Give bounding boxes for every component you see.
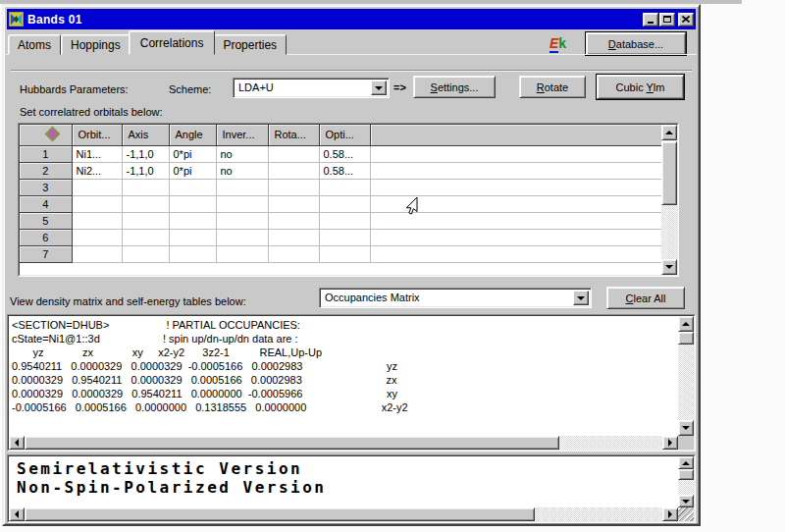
table-cell[interactable] xyxy=(122,195,169,212)
table-cell[interactable] xyxy=(319,245,370,262)
table-cell[interactable] xyxy=(169,179,216,195)
table-cell[interactable] xyxy=(216,179,268,195)
column-header-orbital[interactable]: Orbit... xyxy=(72,125,122,145)
tab-correlations[interactable]: Correlations xyxy=(129,30,216,55)
table-cell[interactable] xyxy=(169,245,216,262)
scroll-down-button[interactable] xyxy=(678,420,694,436)
table-cell[interactable] xyxy=(72,229,122,245)
column-header-options[interactable]: Opti... xyxy=(319,125,370,145)
table-cell[interactable] xyxy=(319,195,370,212)
table-cell[interactable] xyxy=(72,179,122,195)
occupancies-text[interactable]: <SECTION=DHUB> ! PARTIAL OCCUPANCIES:cSt… xyxy=(9,316,678,436)
cubic-ylm-button[interactable]: Cubic Ylm xyxy=(597,75,684,99)
table-cell[interactable]: 0.58... xyxy=(319,162,370,179)
titlebar[interactable]: Bands 01 xyxy=(7,9,696,29)
table-cell[interactable] xyxy=(122,229,169,245)
scroll-thumb[interactable] xyxy=(661,141,677,205)
table-cell[interactable] xyxy=(216,195,268,212)
scheme-dropdown-button[interactable] xyxy=(371,80,387,95)
table-cell[interactable]: no xyxy=(216,145,268,162)
scroll-thumb[interactable] xyxy=(25,436,559,450)
scroll-track[interactable] xyxy=(661,140,677,259)
database-button[interactable]: Database... xyxy=(586,32,686,55)
scroll-up-button[interactable] xyxy=(678,316,694,332)
table-cell[interactable] xyxy=(268,145,319,162)
density-dropdown-button[interactable] xyxy=(573,291,589,305)
table-vertical-scrollbar[interactable] xyxy=(661,125,677,275)
table-cell[interactable] xyxy=(216,229,268,245)
scroll-down-button[interactable] xyxy=(661,259,677,275)
row-header[interactable]: 5 xyxy=(20,212,72,229)
tab-atoms[interactable]: Atoms xyxy=(8,34,61,55)
column-header-inversion[interactable]: Inver... xyxy=(216,125,268,145)
table-cell[interactable]: -1,1,0 xyxy=(122,145,169,162)
column-header-angle[interactable]: Angle xyxy=(169,125,216,145)
table-cell[interactable] xyxy=(122,212,169,229)
tab-hoppings[interactable]: Hoppings xyxy=(61,34,131,55)
corner-header[interactable] xyxy=(20,125,72,145)
table-cell[interactable] xyxy=(169,229,216,245)
scroll-thumb[interactable] xyxy=(678,332,694,345)
table-cell[interactable] xyxy=(268,212,319,229)
row-header[interactable]: 4 xyxy=(20,195,72,212)
versions-text[interactable]: Semirelativistic VersionNon-Spin-Polariz… xyxy=(9,456,678,507)
scroll-track[interactable] xyxy=(25,507,662,521)
table-cell[interactable] xyxy=(319,229,370,245)
table-cell[interactable] xyxy=(72,212,122,229)
table-cell[interactable]: -1,1,0 xyxy=(122,162,169,179)
table-cell[interactable]: Ni1... xyxy=(72,145,122,162)
row-header[interactable]: 1 xyxy=(20,145,72,162)
resize-grip[interactable] xyxy=(678,507,694,521)
table-cell[interactable] xyxy=(319,212,370,229)
scroll-track[interactable] xyxy=(678,469,694,495)
orbitals-grid[interactable]: Orbit... Axis Angle Inver... Rota... Opt… xyxy=(20,125,661,275)
table-cell[interactable] xyxy=(169,195,216,212)
scroll-up-button[interactable] xyxy=(678,456,694,469)
tab-properties[interactable]: Properties xyxy=(213,34,287,55)
table-cell[interactable] xyxy=(268,195,319,212)
column-header-axis[interactable]: Axis xyxy=(122,125,169,145)
table-cell[interactable] xyxy=(122,245,169,262)
table-cell[interactable]: 0*pi xyxy=(169,162,216,179)
scroll-right-button[interactable] xyxy=(662,507,678,521)
table-cell[interactable] xyxy=(72,245,122,262)
table-cell[interactable] xyxy=(268,229,319,245)
row-header[interactable]: 7 xyxy=(20,245,72,262)
density-dropdown[interactable]: Occupancies Matrix xyxy=(319,288,592,308)
maximize-button[interactable] xyxy=(659,13,675,27)
settings-button[interactable]: Settings... xyxy=(413,76,496,98)
table-cell[interactable]: Ni2... xyxy=(72,162,122,179)
scroll-left-button[interactable] xyxy=(9,436,25,450)
versions-horizontal-scrollbar[interactable] xyxy=(9,507,678,521)
versions-vertical-scrollbar[interactable] xyxy=(678,456,694,507)
scroll-down-button[interactable] xyxy=(678,495,694,507)
scheme-dropdown[interactable]: LDA+U xyxy=(233,78,390,98)
table-cell[interactable] xyxy=(319,179,370,195)
minimize-button[interactable] xyxy=(643,13,658,27)
table-cell[interactable] xyxy=(216,245,268,262)
table-cell[interactable] xyxy=(268,245,319,262)
table-cell[interactable]: no xyxy=(216,162,268,179)
column-header-rotation[interactable]: Rota... xyxy=(268,125,319,145)
table-cell[interactable] xyxy=(169,212,216,229)
rotate-button[interactable]: Rotate xyxy=(519,76,586,98)
scroll-left-button[interactable] xyxy=(9,507,25,521)
table-cell[interactable] xyxy=(122,179,169,195)
table-cell[interactable]: 0.58... xyxy=(319,145,370,162)
table-cell[interactable] xyxy=(268,179,319,195)
row-header[interactable]: 2 xyxy=(20,162,72,179)
scroll-thumb[interactable] xyxy=(25,507,535,521)
scroll-right-button[interactable] xyxy=(662,436,678,450)
scroll-thumb[interactable] xyxy=(678,469,694,480)
scroll-track[interactable] xyxy=(25,436,662,450)
occupancies-horizontal-scrollbar[interactable] xyxy=(9,436,678,450)
scroll-track[interactable] xyxy=(678,332,694,420)
clear-all-button[interactable]: Clear All xyxy=(606,287,685,309)
table-cell[interactable]: 0*pi xyxy=(169,145,216,162)
occupancies-vertical-scrollbar[interactable] xyxy=(678,316,694,436)
close-button[interactable] xyxy=(678,13,694,27)
table-cell[interactable] xyxy=(268,162,319,179)
scroll-up-button[interactable] xyxy=(661,125,677,140)
table-cell[interactable] xyxy=(72,195,122,212)
row-header[interactable]: 3 xyxy=(20,179,72,195)
